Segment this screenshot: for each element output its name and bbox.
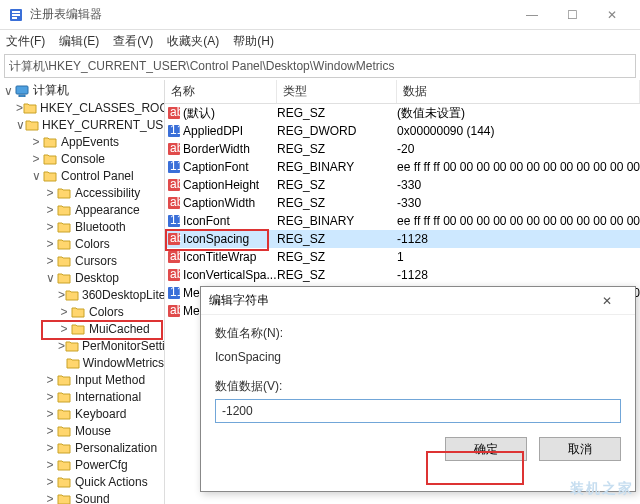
tree-item[interactable]: >Input Method bbox=[0, 371, 164, 388]
str-icon: ab bbox=[165, 232, 183, 246]
value-name: (默认) bbox=[183, 105, 277, 122]
value-data: -1128 bbox=[397, 268, 640, 282]
edit-string-dialog: 编辑字符串 ✕ 数值名称(N): IconSpacing 数值数据(V): 确定… bbox=[200, 286, 636, 492]
list-header: 名称 类型 数据 bbox=[165, 80, 640, 104]
svg-text:ab: ab bbox=[170, 142, 181, 155]
watermark-logo: 装机之家 bbox=[570, 480, 634, 498]
menu-bar: 文件(F) 编辑(E) 查看(V) 收藏夹(A) 帮助(H) bbox=[0, 30, 640, 52]
svg-text:110: 110 bbox=[170, 286, 181, 299]
str-icon: ab bbox=[165, 268, 183, 282]
value-type: REG_SZ bbox=[277, 250, 397, 264]
tree-view[interactable]: ∨计算机>HKEY_CLASSES_ROOT∨HKEY_CURRENT_USER… bbox=[0, 80, 165, 504]
tree-item[interactable]: >Appearance bbox=[0, 201, 164, 218]
tree-item[interactable]: >Accessibility bbox=[0, 184, 164, 201]
value-type: REG_DWORD bbox=[277, 124, 397, 138]
str-icon: ab bbox=[165, 142, 183, 156]
svg-rect-3 bbox=[12, 17, 17, 19]
close-button[interactable]: ✕ bbox=[592, 1, 632, 29]
registry-value-row[interactable]: abCaptionWidthREG_SZ-330 bbox=[165, 194, 640, 212]
menu-edit[interactable]: 编辑(E) bbox=[59, 33, 99, 50]
value-name: IconVerticalSpa... bbox=[183, 268, 277, 282]
registry-value-row[interactable]: abIconTitleWrapREG_SZ1 bbox=[165, 248, 640, 266]
bin-icon: 110 bbox=[165, 214, 183, 228]
tree-item[interactable]: >International bbox=[0, 388, 164, 405]
registry-value-row[interactable]: 110IconFontREG_BINARYee ff ff ff 00 00 0… bbox=[165, 212, 640, 230]
tree-item[interactable]: >MuiCached bbox=[0, 320, 164, 337]
value-name: CaptionFont bbox=[183, 160, 277, 174]
tree-item[interactable]: >PerMonitorSettings bbox=[0, 337, 164, 354]
value-data-input[interactable] bbox=[215, 399, 621, 423]
col-data[interactable]: 数据 bbox=[397, 80, 640, 103]
tree-hkcu[interactable]: ∨HKEY_CURRENT_USER bbox=[0, 116, 164, 133]
tree-item[interactable]: >AppEvents bbox=[0, 133, 164, 150]
value-name-field: IconSpacing bbox=[215, 346, 621, 368]
svg-rect-5 bbox=[19, 95, 25, 97]
value-type: REG_SZ bbox=[277, 142, 397, 156]
tree-item[interactable]: ∨Desktop bbox=[0, 269, 164, 286]
value-data: ee ff ff ff 00 00 00 00 00 00 00 00 00 0… bbox=[397, 214, 640, 228]
maximize-button[interactable]: ☐ bbox=[552, 1, 592, 29]
value-name: BorderWidth bbox=[183, 142, 277, 156]
col-type[interactable]: 类型 bbox=[277, 80, 397, 103]
value-data: -20 bbox=[397, 142, 640, 156]
tree-hkcr[interactable]: >HKEY_CLASSES_ROOT bbox=[0, 99, 164, 116]
menu-fav[interactable]: 收藏夹(A) bbox=[167, 33, 219, 50]
value-name: CaptionHeight bbox=[183, 178, 277, 192]
registry-value-row[interactable]: 110AppliedDPIREG_DWORD0x00000090 (144) bbox=[165, 122, 640, 140]
value-data: (数值未设置) bbox=[397, 105, 640, 122]
registry-value-row[interactable]: 110CaptionFontREG_BINARYee ff ff ff 00 0… bbox=[165, 158, 640, 176]
svg-text:ab: ab bbox=[170, 196, 181, 209]
dialog-close-button[interactable]: ✕ bbox=[587, 294, 627, 308]
str-icon: ab bbox=[165, 106, 183, 120]
col-name[interactable]: 名称 bbox=[165, 80, 277, 103]
tree-item[interactable]: >Cursors bbox=[0, 252, 164, 269]
ok-button[interactable]: 确定 bbox=[445, 437, 527, 461]
value-type: REG_SZ bbox=[277, 178, 397, 192]
registry-value-row[interactable]: abBorderWidthREG_SZ-20 bbox=[165, 140, 640, 158]
registry-value-row[interactable]: abIconSpacingREG_SZ-1128 bbox=[165, 230, 640, 248]
tree-item[interactable]: ∨Control Panel bbox=[0, 167, 164, 184]
tree-item[interactable]: >Keyboard bbox=[0, 405, 164, 422]
tree-item[interactable]: >Personalization bbox=[0, 439, 164, 456]
minimize-button[interactable]: ― bbox=[512, 1, 552, 29]
menu-help[interactable]: 帮助(H) bbox=[233, 33, 274, 50]
value-type: REG_BINARY bbox=[277, 160, 397, 174]
svg-text:ab: ab bbox=[170, 250, 181, 263]
tree-item[interactable]: >Colors bbox=[0, 303, 164, 320]
value-data: 1 bbox=[397, 250, 640, 264]
address-bar[interactable]: 计算机\HKEY_CURRENT_USER\Control Panel\Desk… bbox=[4, 54, 636, 78]
menu-file[interactable]: 文件(F) bbox=[6, 33, 45, 50]
tree-item[interactable]: >Bluetooth bbox=[0, 218, 164, 235]
tree-item[interactable]: >360DesktopLite bbox=[0, 286, 164, 303]
registry-value-row[interactable]: ab(默认)REG_SZ(数值未设置) bbox=[165, 104, 640, 122]
bin-icon: 110 bbox=[165, 286, 183, 300]
svg-text:110: 110 bbox=[170, 214, 181, 227]
window-title: 注册表编辑器 bbox=[30, 6, 512, 23]
value-type: REG_SZ bbox=[277, 232, 397, 246]
tree-item[interactable]: >Colors bbox=[0, 235, 164, 252]
svg-text:ab: ab bbox=[170, 106, 181, 119]
str-icon: ab bbox=[165, 304, 183, 318]
tree-item[interactable]: >PowerCfg bbox=[0, 456, 164, 473]
menu-view[interactable]: 查看(V) bbox=[113, 33, 153, 50]
value-data-label: 数值数据(V): bbox=[215, 378, 621, 395]
tree-item[interactable]: >Quick Actions bbox=[0, 473, 164, 490]
tree-item[interactable]: WindowMetrics bbox=[0, 354, 164, 371]
tree-item[interactable]: >Mouse bbox=[0, 422, 164, 439]
tree-item[interactable]: >Sound bbox=[0, 490, 164, 504]
tree-root[interactable]: ∨计算机 bbox=[0, 82, 164, 99]
svg-text:ab: ab bbox=[170, 232, 181, 245]
value-type: REG_SZ bbox=[277, 196, 397, 210]
registry-value-row[interactable]: abIconVerticalSpa...REG_SZ-1128 bbox=[165, 266, 640, 284]
registry-value-row[interactable]: abCaptionHeightREG_SZ-330 bbox=[165, 176, 640, 194]
svg-text:ab: ab bbox=[170, 178, 181, 191]
svg-text:ab: ab bbox=[170, 268, 181, 281]
value-data: -330 bbox=[397, 178, 640, 192]
value-name: CaptionWidth bbox=[183, 196, 277, 210]
value-name: IconTitleWrap bbox=[183, 250, 277, 264]
svg-rect-4 bbox=[16, 86, 28, 94]
tree-item[interactable]: >Console bbox=[0, 150, 164, 167]
cancel-button[interactable]: 取消 bbox=[539, 437, 621, 461]
value-data: 0x00000090 (144) bbox=[397, 124, 640, 138]
str-icon: ab bbox=[165, 196, 183, 210]
